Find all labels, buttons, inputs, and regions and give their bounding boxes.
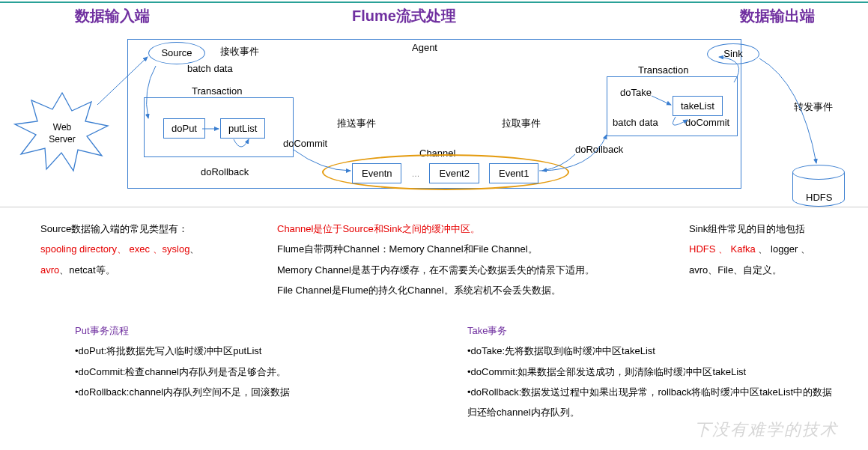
put-b3: •doRollback:channel内存队列空间不足，回滚数据 [75, 382, 389, 402]
dorollback-right: doRollback [575, 144, 623, 155]
trans-right-title: Transaction [638, 64, 688, 76]
doput-box: doPut [163, 118, 205, 139]
sk-l2-red: HDFS 、 Kafka [689, 243, 756, 255]
sink-desc-column: Sink组件常见的目的地包括 HDFS 、 Kafka 、 logger 、 a… [689, 219, 854, 280]
push-label: 推送事件 [337, 117, 376, 130]
ch-l4: File Channel是Flume的持久化Channel。系统宕机不会丢失数据… [277, 280, 667, 300]
event-n: Eventn [352, 163, 401, 183]
sk-l3: avro、File、自定义。 [689, 260, 854, 280]
pull-label: 拉取事件 [502, 117, 541, 130]
sink-node: Sink [707, 43, 759, 64]
web-line2: Server [49, 134, 75, 145]
separator-line [0, 207, 868, 207]
docommit-right: doCommit [685, 117, 729, 128]
header-center: Flume流式处理 [352, 6, 456, 26]
src-l1: Source数据输入端的常见类型有： [40, 219, 265, 239]
event-1: Event1 [489, 163, 538, 183]
sk-l1: Sink组件常见的目的地包括 [689, 219, 854, 239]
batch-data-label: batch data [187, 63, 233, 74]
takelist-box: takeList [673, 96, 723, 116]
event-dots: … [411, 169, 419, 178]
take-b3: •doRollback:数据发送过程中如果出现异常，rollback将临时缓冲中… [467, 382, 842, 423]
putlist-box: putList [220, 118, 265, 139]
top-border [0, 1, 868, 3]
source-desc-column: Source数据输入端的常见类型有： spooling directory、 e… [40, 219, 265, 280]
header-left: 数据输入端 [75, 6, 150, 26]
recv-event-label: 接收事件 [220, 45, 259, 58]
channel-desc-column: Channel是位于Source和Sink之间的缓冲中区。 Flume自带两种C… [277, 219, 667, 300]
hdfs-label: HDFS [806, 192, 832, 203]
take-b1: •doTake:先将数据取到临时缓冲中区takeList [467, 341, 842, 361]
ch-l3: Memory Channel是基于内存缓存，在不需要关心数据丢失的情景下适用。 [277, 260, 667, 280]
put-title: Put事务流程 [75, 320, 389, 341]
ch-l1: Channel是位于Source和Sink之间的缓冲中区。 [277, 219, 667, 239]
take-title: Take事务 [467, 320, 842, 341]
dotake-label: doTake [620, 87, 652, 98]
docommit-left: doCommit [283, 138, 327, 149]
src-l3-red: avro [40, 264, 59, 276]
ch-l2: Flume自带两种Channel：Memory Channel和File Cha… [277, 239, 667, 259]
put-b1: •doPut:将批数据先写入临时缓冲中区putList [75, 341, 389, 361]
source-node: Source [148, 42, 205, 64]
src-l2-tail: 、 [189, 243, 199, 255]
webserver-label: Web Server [28, 114, 96, 154]
dorollback-left: doRollback [201, 166, 249, 177]
take-flow: Take事务 •doTake:先将数据取到临时缓冲中区takeList •doC… [467, 320, 842, 422]
trans-left-title: Transaction [192, 85, 242, 97]
event-2: Event2 [429, 163, 479, 183]
src-l2-red: spooling directory、 exec 、syslog [40, 243, 189, 255]
header-right: 数据输出端 [740, 6, 815, 26]
src-l3-tail: 、netcat等。 [59, 264, 115, 276]
sk-l2-tail: 、 logger 、 [756, 243, 810, 255]
put-flow: Put事务流程 •doPut:将批数据先写入临时缓冲中区putList •doC… [75, 320, 389, 402]
watermark: 下没有难学的技术 [694, 419, 838, 441]
web-line1: Web [53, 122, 71, 133]
take-b2: •doCommit:如果数据全部发送成功，则清除临时缓冲中区takeList [467, 362, 842, 382]
batch-data-right: batch data [613, 117, 658, 128]
put-b2: •doCommit:检查channel内存队列是否足够合并。 [75, 362, 389, 382]
event-row: Eventn … Event2 Event1 [352, 163, 538, 183]
forward-event-label: 转发事件 [794, 100, 833, 114]
